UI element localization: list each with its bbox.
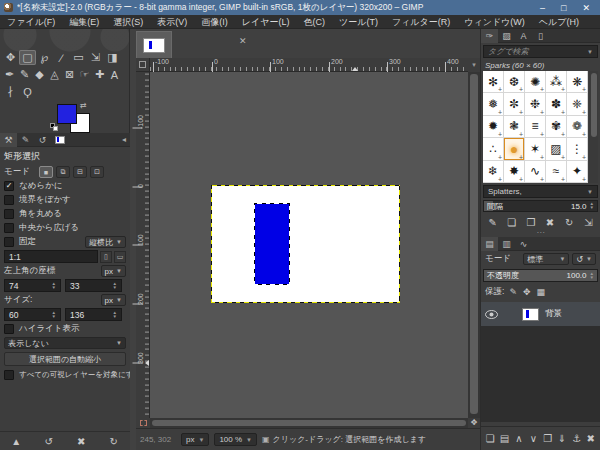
- tool-button-color-picker[interactable]: ∤: [2, 84, 19, 99]
- brush-swatch[interactable]: ✸: [504, 161, 525, 183]
- menu-item[interactable]: ツール(T): [332, 15, 385, 29]
- brush-spacing-slider[interactable]: 間隔 15.0 ▲▼: [483, 200, 598, 212]
- expand-center-checkbox[interactable]: [4, 223, 14, 233]
- vertical-scrollbar[interactable]: [468, 72, 480, 418]
- brush-swatch[interactable]: ∿: [525, 161, 546, 183]
- brush-swatch[interactable]: ❆: [504, 71, 525, 93]
- tool-button-smudge[interactable]: ☞: [77, 67, 92, 82]
- brush-swatch[interactable]: ✻: [483, 71, 504, 93]
- brush-swatch[interactable]: ❈: [567, 93, 588, 115]
- tab-tool-options[interactable]: ⚒: [0, 133, 17, 147]
- menu-item[interactable]: 色(C): [296, 15, 332, 29]
- brush-swatch[interactable]: ▨: [546, 138, 567, 160]
- brush-swatch[interactable]: ✹: [483, 116, 504, 138]
- foreground-color-swatch[interactable]: [57, 104, 77, 124]
- selection-mode-button[interactable]: ⊡: [90, 166, 104, 178]
- menu-item[interactable]: ウィンドウ(W): [457, 15, 532, 29]
- chevron-down-icon[interactable]: ▼: [587, 49, 593, 55]
- visibility-eye-icon[interactable]: [485, 310, 498, 319]
- tab-undo-history[interactable]: ↺: [34, 133, 51, 147]
- titlebar[interactable]: *[名称未設定]-2.0 (RGBカラー - 8-bit gamma integ…: [0, 0, 600, 15]
- brush-swatch[interactable]: ❋: [567, 71, 588, 93]
- unit-dropdown[interactable]: px▼: [181, 433, 209, 446]
- portrait-icon[interactable]: ▯: [100, 251, 112, 263]
- brush-swatch[interactable]: ≡: [525, 116, 546, 138]
- duplicate-layer-button[interactable]: ❐: [541, 432, 555, 445]
- navigation-button[interactable]: ✥: [468, 418, 480, 428]
- tool-button-free-select[interactable]: ℘: [36, 50, 53, 65]
- paths-tab[interactable]: ∿: [515, 237, 532, 251]
- position-unit-dropdown[interactable]: px▼: [101, 265, 126, 277]
- layer-mode-dropdown[interactable]: 標準▼: [523, 253, 569, 265]
- tool-button-airbrush[interactable]: ◬: [47, 67, 62, 82]
- antialias-row[interactable]: ✓ なめらかに: [0, 179, 130, 193]
- document-history-tab[interactable]: ▯: [532, 29, 549, 43]
- lock-position-button[interactable]: ✥: [523, 287, 531, 297]
- position-x-input[interactable]: 74▲▼: [4, 279, 61, 292]
- tab-close-icon[interactable]: ✕: [239, 36, 247, 46]
- new-layer-button[interactable]: ❏: [483, 432, 497, 445]
- menu-item[interactable]: 編集(E): [62, 15, 106, 29]
- ruler-end-button[interactable]: ▾: [468, 58, 480, 72]
- selection-mode-button[interactable]: ⊟: [73, 166, 87, 178]
- expand-center-row[interactable]: 中央から広げる: [0, 221, 130, 235]
- vertical-ruler[interactable]: -1000100200300: [136, 72, 150, 418]
- open-brush-as-image-button[interactable]: ⇲: [580, 216, 596, 229]
- new-layer-group-button[interactable]: ▤: [497, 432, 511, 445]
- patterns-tab[interactable]: ▨: [498, 29, 515, 43]
- layers-tab[interactable]: ▤: [481, 237, 498, 251]
- tool-button-bucket-fill[interactable]: ◨: [104, 50, 121, 65]
- brush-swatch[interactable]: ✺: [525, 71, 546, 93]
- rounded-corners-row[interactable]: 角を丸める: [0, 207, 130, 221]
- brush-swatch[interactable]: ≈: [546, 161, 567, 183]
- refresh-brushes-button[interactable]: ↻: [561, 216, 577, 229]
- brush-swatch[interactable]: ❁: [567, 116, 588, 138]
- shrink-merged-checkbox[interactable]: [4, 370, 14, 380]
- tool-button-crop[interactable]: ▭: [70, 50, 87, 65]
- mode-group-switch[interactable]: ↺▼: [572, 253, 596, 265]
- position-y-input[interactable]: 33▲▼: [65, 279, 122, 292]
- tab-image-thumbnail[interactable]: [51, 133, 68, 147]
- horizontal-ruler[interactable]: -1000100200300400: [150, 58, 468, 72]
- feather-checkbox[interactable]: [4, 195, 14, 205]
- landscape-icon[interactable]: ▭: [114, 251, 126, 263]
- fonts-tab[interactable]: A: [515, 29, 532, 43]
- new-brush-button[interactable]: ❏: [504, 216, 520, 229]
- brush-swatch[interactable]: ✼: [504, 93, 525, 115]
- maximize-button[interactable]: □: [561, 3, 566, 13]
- canvas-viewport[interactable]: [150, 72, 468, 418]
- selection-mode-button[interactable]: ■: [39, 166, 53, 178]
- menu-item[interactable]: フィルター(R): [385, 15, 457, 29]
- menu-item[interactable]: ヘルプ(H): [532, 15, 586, 29]
- selected-blue-rectangle[interactable]: [255, 204, 289, 284]
- tool-button-eraser[interactable]: ◆: [32, 67, 47, 82]
- tab-device-status[interactable]: ✎: [17, 133, 34, 147]
- brush-swatch[interactable]: ❄: [483, 161, 504, 183]
- minimize-button[interactable]: –: [540, 3, 545, 13]
- tool-button-clone[interactable]: ⊠: [62, 67, 77, 82]
- brush-tag-search[interactable]: タグで検索 ▼: [483, 45, 598, 58]
- brush-tag-entry[interactable]: Splatters, ▼: [483, 185, 598, 198]
- fixed-option-dropdown[interactable]: 縦横比▼: [85, 236, 126, 248]
- menu-item[interactable]: 表示(V): [150, 15, 194, 29]
- quick-mask-toggle[interactable]: [136, 418, 150, 428]
- merge-down-button[interactable]: ⇓: [555, 432, 569, 445]
- delete-tool-preset-button[interactable]: ✖: [73, 435, 89, 448]
- brush-swatch[interactable]: ⁂: [546, 71, 567, 93]
- menu-item[interactable]: レイヤー(L): [235, 15, 297, 29]
- swap-colors-icon[interactable]: ⇄: [80, 101, 87, 110]
- tool-button-text[interactable]: A: [107, 67, 122, 82]
- image-tab[interactable]: [136, 31, 172, 58]
- tool-button-pencil[interactable]: ✎: [17, 67, 32, 82]
- chevron-down-icon[interactable]: ▼: [587, 189, 593, 195]
- brush-grid-scrollbar[interactable]: [589, 71, 598, 183]
- tool-button-transform[interactable]: ⇲: [87, 50, 104, 65]
- brush-swatch[interactable]: ✽: [546, 93, 567, 115]
- tool-button-zoom[interactable]: Ϙ: [19, 84, 36, 99]
- layer-thumbnail[interactable]: [522, 308, 539, 321]
- restore-tool-preset-button[interactable]: ↺: [41, 435, 57, 448]
- menu-item[interactable]: 画像(I): [194, 15, 235, 29]
- lower-layer-button[interactable]: ∨: [526, 432, 540, 445]
- brush-swatch[interactable]: ⋮: [567, 138, 588, 160]
- tool-button-move[interactable]: ✥: [2, 50, 19, 65]
